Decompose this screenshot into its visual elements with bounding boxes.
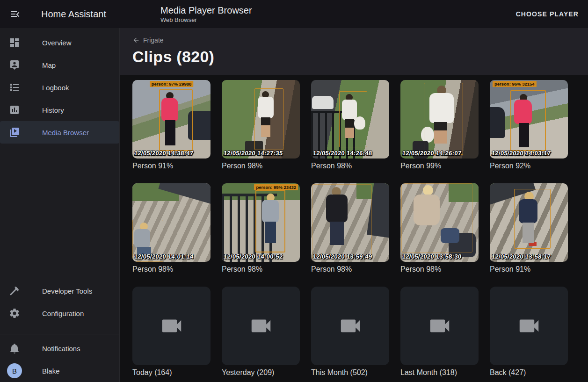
- timestamp-overlay: 12/05/2020 14:26:48: [312, 150, 372, 157]
- clip-caption: Person 99%: [400, 162, 479, 170]
- top-app-bar: Home Assistant Media Player Browser Web …: [0, 0, 588, 28]
- breadcrumb-label: Frigate: [143, 36, 164, 44]
- clip-caption: Person 98%: [311, 265, 389, 274]
- folder-label: Back (427): [490, 368, 568, 377]
- clip-thumbnail: 12/05/2020 14:27:35: [222, 80, 300, 159]
- scene-object: [312, 96, 334, 109]
- clip-caption: Person 98%: [400, 265, 479, 274]
- app-name: Home Assistant: [41, 9, 106, 20]
- clip-caption: Person 98%: [222, 265, 300, 274]
- video-icon: [427, 313, 452, 339]
- chart-box-icon: [9, 104, 20, 115]
- clip-caption: Person 98%: [311, 162, 389, 170]
- timestamp-overlay: 12/05/2020 14:38:47: [134, 150, 194, 157]
- gear-icon: [9, 308, 20, 319]
- detection-label: person: 97% 29988: [150, 81, 194, 87]
- sidebar-divider: [0, 334, 119, 334]
- detection-label: person: 96% 32154: [493, 81, 537, 87]
- sidebar-toggle-button[interactable]: [9, 8, 21, 20]
- detection-bounding-box: [514, 189, 551, 249]
- clip-card[interactable]: 12/05/2020 14:26:48 Person 98%: [311, 80, 389, 170]
- sidebar-item-notifications[interactable]: Notifications: [0, 337, 119, 360]
- topbar-title-block: Media Player Browser Web Browser: [120, 5, 512, 24]
- clip-card[interactable]: person: 97% 29988 12/05/2020 14:38:47 Pe…: [132, 80, 211, 170]
- menu-open-icon: [9, 8, 21, 20]
- folder-label: Yesterday (209): [222, 368, 300, 377]
- detection-bounding-box: [424, 83, 463, 155]
- clip-thumbnail: 12/05/2020 14:26:48: [311, 80, 389, 159]
- detection-bounding-box: [401, 183, 472, 252]
- clip-thumbnail: person: 96% 32154 12/05/2020 14:03:17: [490, 80, 568, 159]
- timestamp-overlay: 12/05/2020 14:27:35: [223, 150, 283, 157]
- timestamp-overlay: 12/05/2020 14:26:07: [402, 150, 462, 157]
- timestamp-overlay: 12/05/2020 13:58:17: [491, 253, 551, 260]
- clip-card[interactable]: person: 96% 32154 12/05/2020 14:03:17 Pe…: [490, 80, 568, 170]
- sidebar-item-blake[interactable]: B Blake: [0, 360, 119, 382]
- sidebar-item-map[interactable]: Map: [0, 54, 119, 76]
- clip-card[interactable]: 12/05/2020 13:59:49 Person 98%: [311, 183, 389, 274]
- folder-card-today-164[interactable]: Today (164): [132, 287, 211, 377]
- page-title: Media Player Browser: [160, 5, 512, 16]
- view-dashboard-icon: [9, 37, 20, 48]
- clip-card[interactable]: 12/05/2020 14:27:35 Person 98%: [222, 80, 300, 170]
- clip-caption: Person 91%: [132, 162, 211, 170]
- folder-label: This Month (502): [311, 368, 389, 377]
- timestamp-overlay: 12/05/2020 14:03:17: [491, 150, 551, 157]
- page-subtitle: Web Browser: [160, 16, 512, 24]
- breadcrumb-back[interactable]: Frigate: [132, 36, 164, 44]
- clip-caption: Person 98%: [132, 265, 211, 274]
- clip-card[interactable]: person: 95% 23432 12/05/2020 14:00:52 Pe…: [222, 183, 300, 274]
- sidebar-nav-tools: Developer Tools Configuration: [0, 280, 119, 324]
- avatar: B: [7, 363, 22, 378]
- video-icon: [248, 313, 274, 339]
- timestamp-overlay: 12/05/2020 14:00:52: [223, 253, 283, 260]
- clips-grid: person: 97% 29988 12/05/2020 14:38:47 Pe…: [120, 75, 588, 377]
- sidebar-nav-main: Overview Map Logbook History Media Brows…: [0, 31, 119, 144]
- folder-label: Last Month (318): [400, 368, 479, 377]
- clip-card[interactable]: 12/05/2020 13:58:30 Person 98%: [400, 183, 479, 274]
- video-icon: [516, 313, 542, 339]
- scene-object: [490, 107, 505, 138]
- sidebar-item-media-browser[interactable]: Media Browser: [0, 121, 119, 144]
- folder-card-last-month-318[interactable]: Last Month (318): [400, 287, 479, 377]
- sidebar: Overview Map Logbook History Media Brows…: [0, 28, 120, 382]
- clip-card[interactable]: 12/05/2020 14:26:07 Person 99%: [400, 80, 479, 170]
- app-window: Home Assistant Media Player Browser Web …: [0, 0, 588, 382]
- arrow-left-icon: [132, 36, 140, 44]
- sidebar-nav-footer: Notifications B Blake: [0, 337, 119, 382]
- clip-caption: Person 98%: [222, 162, 300, 170]
- sidebar-item-history[interactable]: History: [0, 99, 119, 121]
- detection-bounding-box: [255, 190, 285, 252]
- timestamp-overlay: 12/05/2020 13:58:30: [402, 253, 462, 260]
- sidebar-item-overview[interactable]: Overview: [0, 31, 119, 54]
- media-browser-content: Frigate Clips (820) person: 97% 29988 12…: [120, 28, 588, 382]
- detection-bounding-box: [254, 88, 283, 150]
- clip-thumbnail: person: 95% 23432 12/05/2020 14:00:52: [222, 183, 300, 262]
- folder-card-this-month-502[interactable]: This Month (502): [311, 287, 389, 377]
- folder-card-yesterday-209[interactable]: Yesterday (209): [222, 287, 300, 377]
- sidebar-item-configuration[interactable]: Configuration: [0, 302, 119, 324]
- choose-player-button[interactable]: CHOOSE PLAYER: [512, 6, 582, 22]
- detection-label: person: 95% 23432: [254, 184, 298, 190]
- clip-thumbnail: 12/05/2020 13:58:17: [490, 183, 568, 262]
- detection-bounding-box: [510, 90, 546, 151]
- detection-bounding-box: [339, 91, 367, 147]
- clip-caption: Person 91%: [490, 265, 568, 274]
- folder-card-back-427[interactable]: Back (427): [490, 287, 568, 377]
- sidebar-item-developer-tools[interactable]: Developer Tools: [0, 280, 119, 302]
- video-icon: [338, 313, 363, 339]
- sidebar-item-logbook[interactable]: Logbook: [0, 76, 119, 99]
- clip-card[interactable]: 12/05/2020 13:58:17 Person 91%: [490, 183, 568, 274]
- clip-thumbnail: 12/05/2020 14:26:07: [400, 80, 479, 159]
- sidebar-spacer: [0, 144, 119, 280]
- topbar-left: Home Assistant: [0, 8, 120, 20]
- detection-bounding-box: [312, 184, 372, 259]
- logbook-list-icon: [9, 82, 20, 93]
- clip-thumbnail: 12/05/2020 14:01:14: [132, 183, 211, 262]
- clip-caption: Person 92%: [490, 162, 568, 170]
- hammer-icon: [9, 285, 20, 296]
- video-icon: [159, 313, 184, 339]
- clip-card[interactable]: 12/05/2020 14:01:14 Person 98%: [132, 183, 211, 274]
- content-header: Frigate Clips (820): [120, 28, 588, 75]
- page-heading: Clips (820): [132, 48, 588, 66]
